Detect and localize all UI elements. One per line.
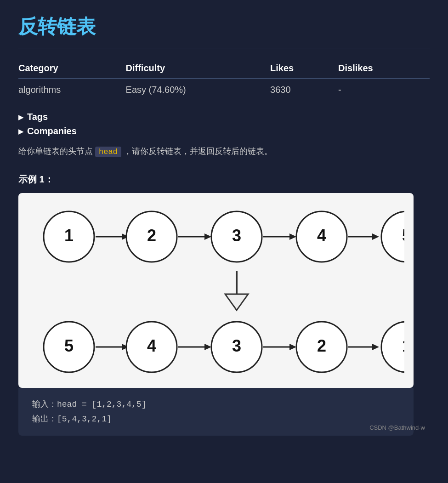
svg-text:3: 3 [232,226,241,245]
diagram-container: 1 2 3 4 5 [18,193,414,388]
tags-collapsible[interactable]: ▶ Tags [18,112,430,122]
output-line: 输出：[5,4,3,2,1] [32,412,400,426]
svg-marker-11 [289,233,296,240]
tags-label: Tags [27,112,48,122]
description-prefix: 给你单链表的头节点 [18,147,95,156]
svg-text:3: 3 [232,336,241,355]
cell-dislikes: - [338,79,430,101]
col-header-category: Category [18,58,126,79]
svg-text:1: 1 [64,226,74,245]
svg-marker-19 [225,294,248,310]
svg-text:2: 2 [317,336,326,355]
tags-arrow-icon: ▶ [18,114,23,121]
svg-marker-27 [204,344,211,350]
code-block: 输入：head = [1,2,3,4,5] 输出：[5,4,3,2,1] [18,388,414,436]
page-title: 反转链表 [18,14,430,40]
svg-marker-7 [204,233,211,240]
col-header-likes: Likes [270,58,338,79]
col-header-difficulty: Difficulty [126,58,270,79]
svg-marker-15 [372,233,379,240]
companies-arrow-icon: ▶ [18,128,23,135]
svg-point-16 [381,211,404,262]
svg-marker-31 [289,344,296,350]
svg-text:2: 2 [147,226,156,245]
svg-point-36 [381,322,404,372]
companies-collapsible[interactable]: ▶ Companies [18,126,430,136]
description-suffix: ，请你反转链表，并返回反转后的链表。 [121,147,272,156]
description-code: head [95,147,121,157]
table-row: algorithms Easy (74.60%) 3630 - [18,79,430,101]
input-line: 输入：head = [1,2,3,4,5] [32,397,400,412]
divider [18,49,430,49]
cell-difficulty: Easy (74.60%) [126,79,270,101]
svg-text:5: 5 [64,336,74,355]
problem-description: 给你单链表的头节点 head ，请你反转链表，并返回反转后的链表。 [18,144,430,159]
companies-label: Companies [27,126,77,136]
watermark: CSDN @Bathwind-w [369,424,425,431]
cell-category: algorithms [18,79,126,101]
svg-text:4: 4 [147,336,156,355]
col-header-dislikes: Dislikes [338,58,430,79]
diagram-svg: 1 2 3 4 5 [28,202,404,377]
svg-text:5: 5 [402,226,404,245]
svg-marker-35 [372,344,379,350]
svg-text:4: 4 [317,226,326,245]
cell-likes: 3630 [270,79,338,101]
svg-text:1: 1 [402,336,404,355]
info-table: Category Difficulty Likes Dislikes algor… [18,58,430,101]
example-title: 示例 1： [18,173,430,186]
